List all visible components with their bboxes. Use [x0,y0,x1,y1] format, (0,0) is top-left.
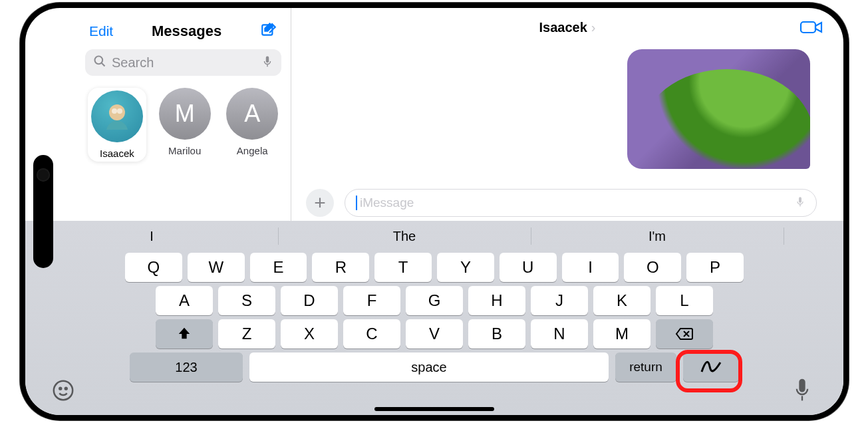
sidebar-header: Edit Messages [85,16,281,49]
key-n[interactable]: N [531,319,588,349]
suggestion-1[interactable]: I [25,221,278,251]
key-d[interactable]: D [281,286,338,315]
edit-button[interactable]: Edit [89,23,113,39]
svg-point-8 [54,381,72,400]
dictation-button[interactable] [793,376,817,406]
key-t[interactable]: T [374,253,432,282]
phone-screen: Edit Messages Search [25,8,843,415]
svg-point-4 [112,108,117,114]
key-f[interactable]: F [343,286,400,315]
compose-row: + iMessage [306,189,817,217]
keyboard: I The I'm Q W E R T Y U I O P [25,221,843,415]
key-y[interactable]: Y [437,253,494,282]
svg-rect-11 [801,396,803,400]
conversation-pane: Isaacek › + iMessage [291,8,843,221]
text-format-button[interactable] [784,221,843,251]
key-v[interactable]: V [406,319,463,349]
search-placeholder: Search [112,55,256,71]
dictation-icon [793,376,811,403]
pinned-contact-isaacek[interactable]: Isaacek [88,88,146,162]
backspace-icon [675,327,694,341]
shift-key[interactable] [156,319,213,349]
suggestion-3[interactable]: I'm [531,221,784,251]
message-placeholder: iMessage [360,196,795,210]
search-field[interactable]: Search [85,49,281,76]
pinned-conversations: Isaacek M Marilou A Angela [85,88,281,162]
key-j[interactable]: J [531,286,588,315]
key-r[interactable]: R [312,253,369,282]
dictation-inline-icon[interactable] [795,194,805,212]
chevron-right-icon: › [591,20,596,35]
svg-rect-7 [799,205,800,207]
search-icon [93,55,106,71]
backspace-key[interactable] [656,319,713,349]
key-u[interactable]: U [500,253,557,282]
key-w[interactable]: W [188,253,245,282]
video-icon [799,19,823,36]
emoji-button[interactable] [52,379,76,403]
svg-point-9 [59,388,61,390]
emoji-icon [52,379,74,402]
return-key[interactable]: return [615,353,676,382]
key-z[interactable]: Z [218,319,275,349]
svg-point-10 [65,388,67,390]
key-c[interactable]: C [343,319,400,349]
avatar [91,90,143,142]
numbers-key[interactable]: 123 [130,353,243,382]
quicktype-bar: I The I'm [25,221,843,251]
space-key[interactable]: space [249,353,609,382]
key-row-2: A S D F G H J K L [125,286,744,315]
key-a[interactable]: A [156,286,213,315]
text-cursor [356,196,357,210]
pin-name: Angela [237,145,268,156]
messages-app: Edit Messages Search [25,8,843,221]
text-format-icon [803,229,823,243]
message-attachment-image[interactable] [627,49,810,169]
key-q[interactable]: Q [125,253,182,282]
avatar: M [159,88,211,140]
pinned-contact-angela[interactable]: A Angela [223,88,281,162]
conversation-list-pane: Edit Messages Search [25,8,291,221]
key-h[interactable]: H [468,286,525,315]
key-row-1: Q W E R T Y U I O P [125,253,744,282]
compose-button[interactable] [260,21,277,41]
plus-icon: + [314,192,326,214]
key-row-4: 123 space return [125,353,744,382]
svg-point-1 [95,57,103,65]
compose-icon [260,21,277,39]
pin-name: Marilou [168,145,201,156]
pinned-contact-marilou[interactable]: M Marilou [156,88,214,162]
key-g[interactable]: G [406,286,463,315]
facetime-button[interactable] [799,19,823,39]
apps-button[interactable]: + [306,189,334,217]
key-p[interactable]: P [686,253,744,282]
suggestion-2[interactable]: The [278,221,531,251]
key-i[interactable]: I [562,253,619,282]
dynamic-island [33,155,53,268]
conversation-header[interactable]: Isaacek › [291,8,843,39]
mic-icon[interactable] [261,54,273,71]
home-indicator[interactable] [374,407,494,411]
svg-point-5 [117,108,122,114]
key-m[interactable]: M [593,319,651,349]
key-l[interactable]: L [656,286,713,315]
avatar: A [226,88,278,140]
handwriting-icon [699,358,723,376]
key-row-3: Z X C V B N M [125,319,744,349]
key-x[interactable]: X [281,319,338,349]
key-rows: Q W E R T Y U I O P A S D F G H [25,251,843,382]
key-k[interactable]: K [593,286,651,315]
shift-icon [177,327,192,341]
pin-name: Isaacek [100,148,134,159]
key-s[interactable]: S [218,286,275,315]
message-input[interactable]: iMessage [345,189,817,217]
handwriting-key[interactable] [683,353,739,382]
key-o[interactable]: O [624,253,681,282]
sidebar-title: Messages [152,23,221,40]
svg-rect-6 [801,22,815,33]
svg-point-3 [109,104,125,120]
phone-frame: Edit Messages Search [20,3,849,420]
key-e[interactable]: E [250,253,307,282]
key-b[interactable]: B [468,319,525,349]
conversation-title: Isaacek [539,20,587,35]
